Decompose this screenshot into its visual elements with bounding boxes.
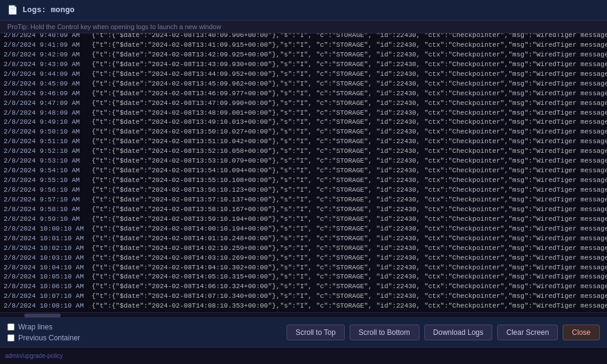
log-content: {"t":{"$date":"2024-02-08T13:56:10.123+0… <box>92 186 607 195</box>
table-row: 2/8/2024 9:53:10 AM {"t":{"$date":"2024-… <box>0 157 607 166</box>
table-row: 2/8/2024 10:05:10 AM {"t":{"$date":"2024… <box>0 272 607 282</box>
log-timestamp: 2/8/2024 9:46:09 AM <box>4 89 92 99</box>
log-timestamp: 2/8/2024 9:54:10 AM <box>4 166 92 176</box>
log-content: {"t":{"$date":"2024-02-08T13:59:10.194+0… <box>92 215 607 224</box>
log-timestamp: 2/8/2024 9:53:10 AM <box>4 157 92 166</box>
table-row: 2/8/2024 9:42:09 AM {"t":{"$date":"2024-… <box>0 50 607 60</box>
log-timestamp: 2/8/2024 9:47:09 AM <box>4 99 92 109</box>
log-content: {"t":{"$date":"2024-02-08T13:52:10.058+0… <box>92 147 607 157</box>
table-row: 2/8/2024 10:01:10 AM {"t":{"$date":"2024… <box>0 234 607 244</box>
table-row: 2/8/2024 10:07:10 AM {"t":{"$date":"2024… <box>0 292 607 302</box>
scroll-bottom-button[interactable]: Scroll to Bottom <box>350 325 419 340</box>
table-row: 2/8/2024 9:58:10 AM {"t":{"$date":"2024-… <box>0 205 607 215</box>
wrap-lines-label: Wrap lines <box>18 323 52 331</box>
table-row: 2/8/2024 9:45:09 AM {"t":{"$date":"2024-… <box>0 79 607 89</box>
log-content: {"t":{"$date":"2024-02-08T13:54:10.094+0… <box>92 166 607 176</box>
log-timestamp: 2/8/2024 9:52:10 AM <box>4 147 92 157</box>
table-row: 2/8/2024 9:40:09 AM {"t":{"$date":"2024-… <box>0 33 607 41</box>
table-row: 2/8/2024 9:49:10 AM {"t":{"$date":"2024-… <box>0 118 607 127</box>
action-buttons: Scroll to Top Scroll to Bottom Download … <box>287 325 600 340</box>
log-content: {"t":{"$date":"2024-02-08T13:42:09.925+0… <box>92 50 607 60</box>
log-timestamp: 2/8/2024 10:06:10 AM <box>4 282 92 292</box>
table-row: 2/8/2024 9:47:09 AM {"t":{"$date":"2024-… <box>0 99 607 109</box>
wrap-lines-checkbox[interactable] <box>7 323 15 331</box>
previous-container-checkbox[interactable] <box>7 334 15 342</box>
log-timestamp: 2/8/2024 9:42:09 AM <box>4 50 92 60</box>
table-row: 2/8/2024 9:52:10 AM {"t":{"$date":"2024-… <box>0 147 607 157</box>
log-timestamp: 2/8/2024 10:07:10 AM <box>4 292 92 302</box>
log-content: {"t":{"$date":"2024-02-08T14:05:10.315+0… <box>92 272 607 282</box>
log-content: {"t":{"$date":"2024-02-08T13:49:10.013+0… <box>92 118 607 127</box>
table-row: 2/8/2024 9:54:10 AM {"t":{"$date":"2024-… <box>0 166 607 176</box>
log-content: {"t":{"$date":"2024-02-08T13:55:10.108+0… <box>92 176 607 186</box>
log-timestamp: 2/8/2024 10:08:10 AM <box>4 302 92 311</box>
title-bar: 📄 Logs: mongo <box>0 0 607 21</box>
table-row: 2/8/2024 9:56:10 AM {"t":{"$date":"2024-… <box>0 186 607 195</box>
log-content: {"t":{"$date":"2024-02-08T13:48:09.001+0… <box>92 109 607 118</box>
log-content: {"t":{"$date":"2024-02-08T13:57:10.137+0… <box>92 195 607 205</box>
log-timestamp: 2/8/2024 9:44:09 AM <box>4 70 92 79</box>
log-timestamp: 2/8/2024 10:03:10 AM <box>4 254 92 263</box>
log-timestamp: 2/8/2024 9:56:10 AM <box>4 186 92 195</box>
log-timestamp: 2/8/2024 9:48:09 AM <box>4 109 92 118</box>
log-timestamp: 2/8/2024 10:01:10 AM <box>4 234 92 244</box>
log-timestamp: 2/8/2024 9:57:10 AM <box>4 195 92 205</box>
log-content: {"t":{"$date":"2024-02-08T13:43:09.930+0… <box>92 60 607 70</box>
file-icon: 📄 <box>7 5 18 15</box>
taskbar-text: admin/upgrade-policy <box>5 352 63 359</box>
log-timestamp: 2/8/2024 9:58:10 AM <box>4 205 92 215</box>
log-timestamp: 2/8/2024 9:51:10 AM <box>4 137 92 147</box>
log-content: {"t":{"$date":"2024-02-08T13:41:09.915+0… <box>92 41 607 50</box>
table-row: 2/8/2024 10:06:10 AM {"t":{"$date":"2024… <box>0 282 607 292</box>
taskbar: admin/upgrade-policy <box>0 347 607 364</box>
log-timestamp: 2/8/2024 9:55:10 AM <box>4 176 92 186</box>
table-row: 2/8/2024 10:03:10 AM {"t":{"$date":"2024… <box>0 254 607 263</box>
table-row: 2/8/2024 9:44:09 AM {"t":{"$date":"2024-… <box>0 70 607 79</box>
log-timestamp: 2/8/2024 9:50:10 AM <box>4 127 92 137</box>
log-timestamp: 2/8/2024 9:45:09 AM <box>4 79 92 89</box>
wrap-lines-checkbox-label[interactable]: Wrap lines <box>7 323 80 331</box>
log-content: {"t":{"$date":"2024-02-08T13:53:10.079+0… <box>92 157 607 166</box>
log-container[interactable]: 2/8/2024 9:24:09 AM {"t":{"$date":"2024-… <box>0 33 607 312</box>
log-content: {"t":{"$date":"2024-02-08T14:07:10.340+0… <box>92 292 607 302</box>
table-row: 2/8/2024 9:59:10 AM {"t":{"$date":"2024-… <box>0 215 607 224</box>
scrollbar-thumb <box>24 314 61 317</box>
log-content: {"t":{"$date":"2024-02-08T14:00:10.194+0… <box>92 224 607 234</box>
window-title: Logs: mongo <box>22 5 75 15</box>
log-content: {"t":{"$date":"2024-02-08T14:01:10.248+0… <box>92 234 607 244</box>
log-content: {"t":{"$date":"2024-02-08T13:58:10.167+0… <box>92 205 607 215</box>
table-row: 2/8/2024 9:46:09 AM {"t":{"$date":"2024-… <box>0 89 607 99</box>
log-content: {"t":{"$date":"2024-02-08T13:47:09.990+0… <box>92 99 607 109</box>
log-timestamp: 2/8/2024 10:05:10 AM <box>4 272 92 282</box>
log-timestamp: 2/8/2024 9:59:10 AM <box>4 215 92 224</box>
log-timestamp: 2/8/2024 10:04:10 AM <box>4 263 92 273</box>
protip-bar: ProTip: Hold the Control key when openin… <box>0 21 607 33</box>
log-content: {"t":{"$date":"2024-02-08T13:50:10.027+0… <box>92 127 607 137</box>
table-row: 2/8/2024 10:00:10 AM {"t":{"$date":"2024… <box>0 224 607 234</box>
table-row: 2/8/2024 10:04:10 AM {"t":{"$date":"2024… <box>0 263 607 273</box>
log-timestamp: 2/8/2024 9:41:09 AM <box>4 41 92 50</box>
log-timestamp: 2/8/2024 9:49:10 AM <box>4 118 92 127</box>
table-row: 2/8/2024 9:55:10 AM {"t":{"$date":"2024-… <box>0 176 607 186</box>
log-content: {"t":{"$date":"2024-02-08T14:08:10.353+0… <box>92 302 607 311</box>
scroll-top-button[interactable]: Scroll to Top <box>287 325 345 340</box>
checkboxes-group: Wrap lines Previous Container <box>7 323 80 342</box>
table-row: 2/8/2024 9:41:09 AM {"t":{"$date":"2024-… <box>0 41 607 50</box>
log-content: {"t":{"$date":"2024-02-08T14:04:10.302+0… <box>92 263 607 273</box>
scrollbar-area[interactable] <box>0 312 607 317</box>
log-content: {"t":{"$date":"2024-02-08T13:51:10.042+0… <box>92 137 607 147</box>
log-timestamp: 2/8/2024 10:02:10 AM <box>4 244 92 254</box>
download-logs-button[interactable]: Download Logs <box>424 325 493 340</box>
log-timestamp: 2/8/2024 9:40:09 AM <box>4 33 92 41</box>
previous-container-checkbox-label[interactable]: Previous Container <box>7 334 80 342</box>
log-timestamp: 2/8/2024 9:43:09 AM <box>4 60 92 70</box>
clear-screen-button[interactable]: Clear Screen <box>497 325 558 340</box>
log-content: {"t":{"$date":"2024-02-08T14:02:10.259+0… <box>92 244 607 254</box>
log-content: {"t":{"$date":"2024-02-08T13:40:09.906+0… <box>92 33 607 41</box>
log-content: {"t":{"$date":"2024-02-08T14:03:10.269+0… <box>92 254 607 263</box>
log-content: {"t":{"$date":"2024-02-08T13:45:09.962+0… <box>92 79 607 89</box>
table-row: 2/8/2024 9:51:10 AM {"t":{"$date":"2024-… <box>0 137 607 147</box>
close-button[interactable]: Close <box>563 325 600 340</box>
log-content: {"t":{"$date":"2024-02-08T13:44:09.952+0… <box>92 70 607 79</box>
table-row: 2/8/2024 10:02:10 AM {"t":{"$date":"2024… <box>0 244 607 254</box>
